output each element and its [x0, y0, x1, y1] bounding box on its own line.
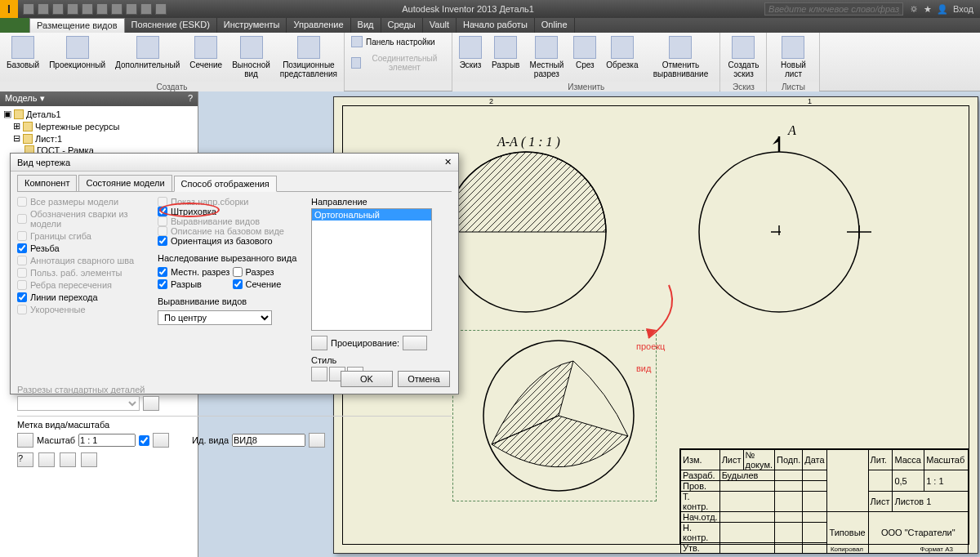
- btn-section[interactable]: Сечение: [186, 34, 225, 71]
- browser-help-icon[interactable]: ?: [188, 93, 193, 105]
- help-icon[interactable]: ?: [17, 452, 33, 467]
- opt1-icon[interactable]: [38, 452, 55, 467]
- tab-display-options[interactable]: Способ отображения: [174, 176, 277, 192]
- qat-btn[interactable]: [38, 3, 49, 15]
- check-option: Польз. раб. элементы: [17, 268, 151, 278]
- tab-model-state[interactable]: Состояние модели: [78, 175, 172, 191]
- format-label: Формат А3: [920, 546, 953, 553]
- btn-base-view[interactable]: Базовый: [3, 34, 42, 71]
- tab-placement[interactable]: Размещение видов: [29, 18, 125, 33]
- mark-label: Метка вида/масштаба: [17, 420, 452, 430]
- break-align-icon: [669, 36, 692, 59]
- tree-resources[interactable]: ⊞Чертежные ресурсы: [2, 120, 196, 132]
- cut-inherit-label: Наследование вырезанного вида: [158, 253, 305, 263]
- ribbon: Базовый Проекционный Дополнительный Сече…: [0, 33, 980, 91]
- expand-icon[interactable]: ▣: [3, 109, 11, 119]
- btn-sketch[interactable]: Эскиз: [456, 34, 485, 71]
- expand-icon[interactable]: ⊞: [13, 121, 20, 131]
- proj-icon[interactable]: [311, 336, 327, 350]
- check-option[interactable]: Разрыв: [158, 279, 230, 289]
- opt2-icon[interactable]: [60, 452, 76, 467]
- check-option[interactable]: Сечение: [233, 279, 305, 289]
- check-option[interactable]: Ориентация из базового: [158, 236, 305, 246]
- check-option[interactable]: Резьба: [17, 243, 151, 253]
- tree-root[interactable]: ▣Деталь1: [2, 108, 196, 120]
- btn-auxiliary[interactable]: Дополнительный: [112, 34, 183, 71]
- help-icon[interactable]: ⛭: [910, 4, 919, 15]
- search-input[interactable]: [764, 2, 903, 16]
- sheet-icon: [23, 134, 33, 144]
- browser-header[interactable]: Модель ▾ ?: [0, 91, 198, 106]
- tab-environments[interactable]: Среды: [381, 18, 423, 33]
- ribbon-group-sketch: Создать эскиз Эскиз: [720, 33, 767, 91]
- part-icon: [14, 109, 24, 119]
- scale-input[interactable]: [78, 434, 136, 447]
- section-view[interactable]: [440, 146, 612, 318]
- cancel-button[interactable]: Отмена: [398, 371, 450, 387]
- scale-edit-icon[interactable]: [153, 433, 169, 448]
- btn-projected[interactable]: Проекционный: [46, 34, 109, 71]
- qat-btn[interactable]: [126, 3, 137, 15]
- opt3-icon[interactable]: [81, 452, 97, 467]
- style-hidden-icon[interactable]: [311, 367, 327, 381]
- dialog-titlebar[interactable]: Вид чертежа ✕: [11, 154, 458, 172]
- btn-break[interactable]: Разрыв: [488, 34, 523, 71]
- check-option: Границы сгиба: [17, 231, 151, 241]
- pencil-icon[interactable]: [309, 433, 325, 448]
- direction-selected[interactable]: Ортогональный: [312, 209, 431, 221]
- qat-btn[interactable]: [23, 3, 34, 15]
- user-icon[interactable]: 👤: [937, 4, 948, 15]
- title-right-icons: ⛭ ★ 👤 Вход: [903, 4, 980, 15]
- ribbon-group-panel: Панель настройки Соединительный элемент: [345, 33, 452, 91]
- btn-detail[interactable]: Выносной вид: [229, 34, 274, 80]
- tab-vault[interactable]: Vault: [423, 18, 457, 33]
- detail-icon: [240, 36, 263, 59]
- btn-new-sheet[interactable]: Новый лист: [770, 34, 816, 80]
- new-sheet-icon: [782, 36, 804, 59]
- btn-panel-settings[interactable]: Панель настройки: [348, 34, 439, 49]
- lamp-icon[interactable]: [17, 433, 33, 448]
- tab-getstarted[interactable]: Начало работы: [457, 18, 535, 33]
- proj-toggle-icon[interactable]: [403, 336, 427, 350]
- btn-slice[interactable]: Срез: [570, 34, 599, 71]
- tab-online[interactable]: Оnline: [535, 18, 575, 33]
- ribbon-group-sheets: Новый лист Листы: [767, 33, 820, 91]
- tab-view[interactable]: Вид: [351, 18, 381, 33]
- align-combo[interactable]: По центру: [158, 310, 272, 325]
- check-option[interactable]: Местн. разрез: [158, 267, 230, 277]
- expand-icon[interactable]: ⊟: [13, 133, 20, 144]
- close-icon[interactable]: ✕: [444, 157, 452, 167]
- check-option[interactable]: Разрез: [233, 267, 305, 277]
- direction-list[interactable]: Ортогональный: [311, 208, 432, 331]
- tab-manage[interactable]: Управление: [287, 18, 350, 33]
- tab-component[interactable]: Компонент: [17, 175, 77, 191]
- qat-btn[interactable]: [111, 3, 122, 15]
- qat-btn[interactable]: [96, 3, 108, 15]
- qat-btn[interactable]: [155, 3, 167, 15]
- ok-button[interactable]: OK: [341, 371, 393, 387]
- btn-create-sketch[interactable]: Создать эскиз: [724, 34, 763, 80]
- btn-crop[interactable]: Обрезка: [603, 34, 641, 71]
- view-id-input[interactable]: [232, 434, 305, 447]
- btn-break-alignment[interactable]: Отменить выравнивание: [644, 34, 716, 80]
- btn-positional[interactable]: Позиционные представления: [277, 34, 341, 80]
- tab-annotation[interactable]: Пояснение (ESKD): [125, 18, 217, 33]
- qat-btn[interactable]: [140, 3, 152, 15]
- file-menu[interactable]: [0, 18, 29, 33]
- app-icon[interactable]: I: [0, 0, 18, 18]
- btn-breakout[interactable]: Местный разрез: [526, 34, 567, 80]
- std-reset-icon[interactable]: [143, 396, 159, 411]
- qat-btn[interactable]: [67, 3, 78, 15]
- qat-btn[interactable]: [82, 3, 93, 15]
- qat-btn[interactable]: [52, 3, 64, 15]
- dialog-title-text: Вид чертежа: [17, 158, 70, 167]
- star-icon[interactable]: ★: [924, 4, 932, 15]
- tab-tools[interactable]: Инструменты: [217, 18, 287, 33]
- scale-lock-check[interactable]: [139, 435, 149, 446]
- slice-icon: [573, 36, 596, 59]
- projected-view[interactable]: [452, 330, 657, 501]
- detail-view[interactable]: [685, 130, 873, 318]
- tree-sheet[interactable]: ⊟Лист:1: [2, 132, 196, 145]
- login-label[interactable]: Вход: [953, 4, 973, 15]
- check-option[interactable]: Линии перехода: [17, 292, 151, 302]
